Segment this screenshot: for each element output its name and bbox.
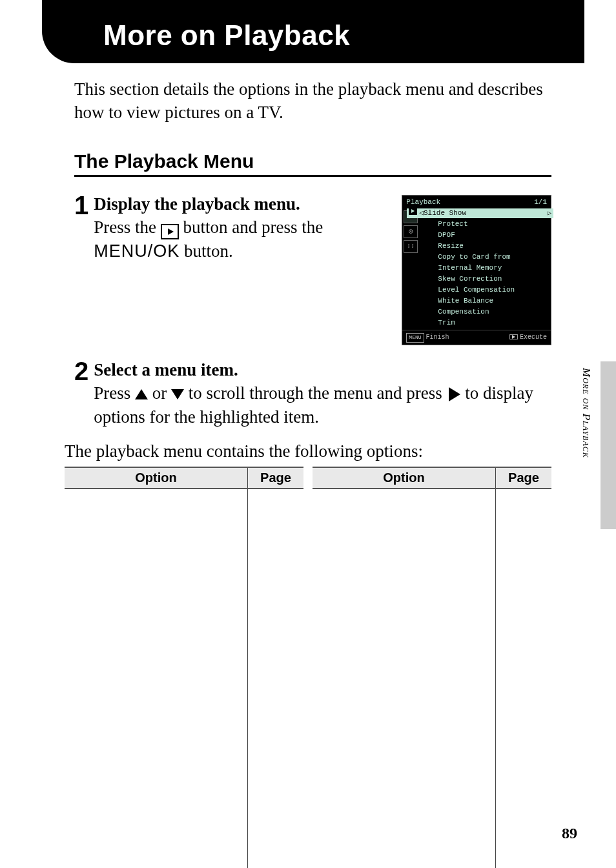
intro-paragraph: This section details the options in the … — [74, 77, 551, 125]
scr-play-button — [509, 334, 518, 339]
scr-selected-item: ◁Slide Show ▷ — [407, 208, 553, 218]
playback-icon — [161, 224, 179, 239]
step-1-title: Display the playback menu. — [94, 194, 300, 214]
th-option: Option — [313, 467, 496, 489]
section-heading: The Playback Menu — [74, 150, 551, 177]
step-1-body-b: button and press the — [183, 217, 323, 237]
scr-page: 1/1 — [534, 197, 547, 208]
scr-menu-button: MENU — [406, 333, 424, 342]
right-arrow-icon — [449, 387, 460, 401]
table-row: Skew Correction95 — [313, 489, 551, 868]
step-1-text: Display the playback menu. Press the but… — [94, 192, 389, 263]
step-2-body-b: or — [152, 383, 171, 403]
scr-title: Playback — [406, 197, 440, 208]
options-lead: The playback menu contains the following… — [65, 441, 551, 461]
chapter-title: More on Playback — [103, 19, 559, 52]
scr-tab-column: ▶ ◎ ↕↕ — [402, 208, 421, 330]
scr-tab-setup: ◎ — [404, 225, 418, 238]
down-arrow-icon — [171, 389, 184, 399]
section-title: The Playback Menu — [74, 150, 551, 172]
side-label: More on Playback — [580, 368, 593, 458]
step-2-body-a: Press — [94, 383, 135, 403]
chapter-header: More on Playback — [42, 0, 584, 63]
th-page: Page — [496, 467, 552, 489]
scr-item-list: Protect DPOF Resize Copy to Card from In… — [421, 219, 551, 330]
side-tab — [601, 361, 616, 529]
page-number: 89 — [562, 825, 577, 842]
th-option: Option — [65, 467, 248, 489]
step-1: 1 Display the playback menu. Press the b… — [74, 192, 551, 345]
th-page: Page — [248, 467, 304, 489]
step-1-body-c: button. — [184, 241, 233, 261]
camera-screenshot: Playback 1/1 ▶ ◎ ↕↕ ◁Slide Show ▷ — [402, 195, 551, 345]
options-table-left: Option Page Slide Show90 Protect90 DPOF9… — [65, 467, 303, 868]
menu-ok-label: MENU/OK — [94, 241, 180, 261]
step-number: 1 — [74, 194, 88, 217]
table-row: Slide Show90 — [65, 489, 303, 868]
step-number: 2 — [74, 359, 88, 383]
step-2: 2 Select a menu item. Press or to scroll… — [74, 358, 551, 429]
options-table-right: Option Page Skew Correction95 Level Comp… — [313, 467, 551, 868]
step-1-body-a: Press the — [94, 217, 161, 237]
step-2-title: Select a menu item. — [94, 360, 238, 379]
step-2-body-c: to scroll through the menu and press — [189, 383, 447, 403]
up-arrow-icon — [135, 389, 148, 399]
scr-tab-tools: ↕↕ — [404, 240, 418, 253]
